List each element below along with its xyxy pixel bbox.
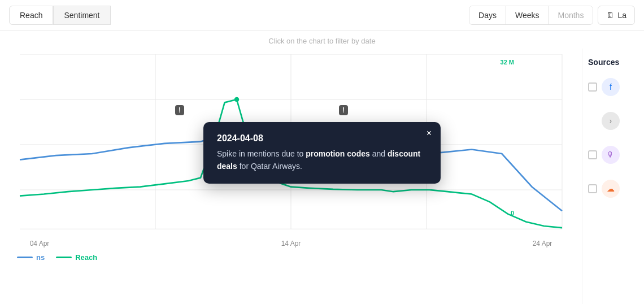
reach-legend: Reach — [56, 253, 97, 262]
tooltip-close-button[interactable]: × — [427, 129, 432, 138]
reach-legend-label: Reach — [75, 253, 97, 262]
podcast-checkbox[interactable] — [588, 150, 597, 159]
calendar-icon: 🗓 — [606, 11, 614, 20]
facebook-icon[interactable]: f — [602, 78, 620, 96]
calendar-label: La — [617, 11, 626, 20]
tooltip-text-end: for Qatar Airways. — [237, 162, 302, 171]
weeks-button[interactable]: Weeks — [506, 6, 549, 24]
header-bar: Reach Sentiment Days Weeks Months 🗓 La — [0, 0, 644, 31]
chart-area[interactable]: 32 M 0 ! ! 04 Apr — [0, 49, 582, 304]
x-label-3: 24 Apr — [520, 240, 565, 247]
tab-reach[interactable]: Reach — [9, 6, 53, 25]
right-arrow-icon[interactable]: › — [602, 112, 620, 130]
x-label-1: 04 Apr — [17, 240, 62, 247]
sidebar: Sources f › 🎙 ☁ — [582, 49, 644, 304]
reach-legend-line — [56, 257, 72, 258]
tooltip-date: 2024-04-08 — [217, 133, 427, 144]
tab-sentiment[interactable]: Sentiment — [53, 6, 110, 25]
mentions-legend-line — [17, 257, 33, 258]
tooltip-text-plain: Spike in mentions due to — [217, 149, 306, 158]
mentions-legend-label: ns — [36, 253, 45, 262]
source-row-podcast: 🎙 — [588, 146, 638, 164]
podcast-icon[interactable]: 🎙 — [602, 146, 620, 164]
source-row-facebook: f — [588, 78, 638, 96]
x-axis-labels: 04 Apr 14 Apr 24 Apr — [11, 237, 571, 247]
sources-title: Sources — [588, 58, 638, 67]
days-button[interactable]: Days — [469, 6, 506, 24]
rss-checkbox[interactable] — [588, 184, 597, 193]
y-label-top: 32 M — [501, 59, 514, 66]
source-row-arrow: › — [588, 112, 638, 130]
spike-dot — [234, 97, 240, 102]
main-area: 32 M 0 ! ! 04 Apr — [0, 49, 644, 304]
chart-legend: ns Reach — [11, 247, 571, 262]
tooltip-bold-1: promotion codes — [306, 149, 370, 158]
rss-icon[interactable]: ☁ — [602, 180, 620, 198]
tooltip-text-mid: and — [370, 149, 388, 158]
alert-marker-2: ! — [339, 105, 348, 115]
facebook-checkbox[interactable] — [588, 82, 597, 92]
time-period-group: Days Weeks Months — [469, 6, 593, 25]
header-right: Days Weeks Months 🗓 La — [469, 6, 635, 25]
chart-subtitle: Click on the chart to filter by date — [0, 31, 644, 49]
x-label-2: 14 Apr — [268, 240, 314, 247]
tooltip-text: Spike in mentions due to promotion codes… — [217, 148, 427, 172]
alert-marker-1: ! — [175, 105, 184, 115]
calendar-button[interactable]: 🗓 La — [598, 6, 635, 25]
y-label-bottom: 0 — [511, 210, 514, 216]
tooltip-box: × 2024-04-08 Spike in mentions due to pr… — [203, 122, 441, 184]
months-button[interactable]: Months — [549, 6, 593, 24]
mentions-legend: ns — [17, 253, 45, 262]
source-row-rss: ☁ — [588, 180, 638, 198]
